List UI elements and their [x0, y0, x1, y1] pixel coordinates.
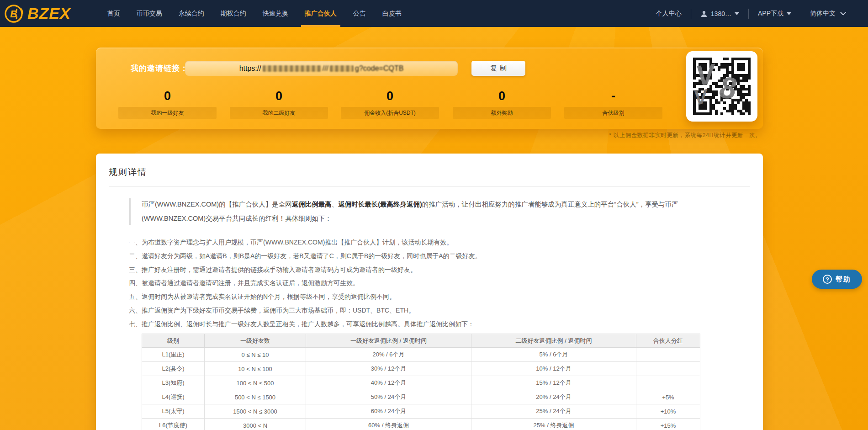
invite-link-tail: g?code=CQTB — [355, 64, 403, 73]
main-nav: 首页币币交易永续合约期权合约快速兑换推广合伙人公告白皮书 — [106, 0, 417, 27]
nav-item[interactable]: 期权合约 — [220, 0, 247, 27]
invite-link-input[interactable]: https://///g?code=CQTB — [185, 61, 458, 76]
table-row: L1(里正)0 ≤ N ≤ 1020% / 6个月5% / 6个月 — [142, 348, 700, 362]
table-cell: +10% — [636, 404, 700, 419]
rule-item: 七、推广返佣比例、返佣时长与推广一级好友人数呈正相关，推广人数越多，可享返佣比例… — [129, 318, 736, 331]
rules-intro: 币严(WWW.BNZEX.COM)的【推广合伙人】是全网返佣比例最高、返佣时长最… — [142, 197, 717, 226]
stat-item: 0我的二级好友 — [230, 87, 328, 119]
rule-item: 三、推广好友注册时，需通过邀请者提供的链接或手动输入邀请者邀请码方可成为邀请者的… — [129, 263, 736, 277]
table-cell — [636, 362, 700, 376]
stat-label: 合伙级别 — [564, 107, 662, 119]
table-cell: 15% / 12个月 — [471, 376, 636, 390]
table-cell — [636, 348, 700, 362]
copy-button[interactable]: 复制 — [471, 61, 525, 76]
table-header-row: 级别一级好友数一级好友返佣比例 / 返佣时间二级好友返佣比例 / 返佣时间合伙人… — [142, 334, 700, 348]
invite-link-label: 我的邀请链接： — [131, 63, 188, 74]
table-cell: 40% / 12个月 — [306, 376, 471, 390]
table-cell: 20% / 6个月 — [306, 348, 471, 362]
chevron-down-icon — [735, 12, 739, 15]
user-center-link[interactable]: 个人中心 — [656, 10, 682, 18]
table-cell: +15% — [636, 419, 700, 430]
table-header-cell: 一级好友数 — [205, 334, 306, 348]
logo-text: BZEX — [27, 5, 71, 22]
app-download-label: APP下载 — [758, 10, 783, 18]
user-icon — [700, 10, 708, 17]
table-cell: 20% / 24个月 — [471, 390, 636, 404]
table-cell: 3000 < N — [205, 419, 306, 430]
table-row: L3(知府)100 < N ≤ 50040% / 12个月15% / 12个月 — [142, 376, 700, 390]
rules-title: 规则详情 — [109, 166, 147, 178]
table-cell: 60% / 终身返佣 — [306, 419, 471, 430]
table-cell: L2(县令) — [142, 362, 205, 376]
divider — [109, 186, 750, 187]
nav-item[interactable]: 永续合约 — [178, 0, 205, 27]
stat-label: 额外奖励 — [453, 107, 551, 119]
table-cell: 25% / 终身返佣 — [471, 419, 636, 430]
table-row: L6(节度使)3000 < N60% / 终身返佣25% / 终身返佣+15% — [142, 419, 700, 430]
stat-label: 佣金收入(折合USDT) — [341, 107, 439, 119]
table-cell: L1(里正) — [142, 348, 205, 362]
rules-list: 一、为布道数字资产理念与扩大用户规模，币严(WWW.BNZEX.COM)推出【推… — [129, 236, 736, 331]
top-navigation-bar: B BZEX 首页币币交易永续合约期权合约快速兑换推广合伙人公告白皮书 个人中心… — [0, 0, 868, 27]
account-menu[interactable]: 1380… — [700, 10, 739, 17]
stat-value: - — [564, 87, 662, 106]
stat-value: 0 — [453, 87, 551, 106]
table-cell: 1500 < N ≤ 3000 — [205, 404, 306, 419]
stat-item: 0佣金收入(折合USDT) — [341, 87, 439, 119]
intro-quote-bar — [129, 198, 131, 225]
table-cell: L5(太守) — [142, 404, 205, 419]
chevron-down-icon — [840, 10, 846, 16]
table-header-cell: 一级好友返佣比例 / 返佣时间 — [306, 334, 471, 348]
table-cell: 25% / 24个月 — [471, 404, 636, 419]
table-body: L1(里正)0 ≤ N ≤ 1020% / 6个月5% / 6个月L2(县令)1… — [142, 348, 700, 430]
topbar-right: 个人中心 1380… APP下载 简体中文 — [656, 9, 844, 19]
table-row: L5(太守)1500 < N ≤ 300060% / 24个月25% / 24个… — [142, 404, 700, 419]
nav-item[interactable]: 白皮书 — [381, 0, 402, 27]
question-mark-icon: ? — [823, 275, 832, 284]
table-cell: 10% / 12个月 — [471, 362, 636, 376]
account-label: 1380… — [711, 10, 731, 17]
nav-item[interactable]: 推广合伙人 — [304, 0, 338, 27]
stat-value: 0 — [341, 87, 439, 106]
nav-item[interactable]: 快速兑换 — [262, 0, 289, 27]
rule-item: 二、邀请好友分为两级，如A邀请B，则B是A的一级好友，若B又邀请了C，则C属于B… — [129, 250, 736, 263]
stat-item: -合伙级别 — [564, 87, 662, 119]
help-button[interactable]: ? 帮助 — [812, 270, 862, 289]
table-row: L4(巡抚)500 < N ≤ 150050% / 24个月20% / 24个月… — [142, 390, 700, 404]
table-header-cell: 二级好友返佣比例 / 返佣时间 — [471, 334, 636, 348]
table-cell: L6(节度使) — [142, 419, 205, 430]
stat-label: 我的二级好友 — [230, 107, 328, 119]
chevron-down-icon — [787, 12, 791, 15]
qr-card: V8V — [686, 51, 757, 122]
table-cell: 0 ≤ N ≤ 10 — [205, 348, 306, 362]
table-cell: L3(知府) — [142, 376, 205, 390]
invite-panel: 我的邀请链接： https://///g?code=CQTB 复制 0我的一级好… — [96, 48, 763, 129]
commission-note: * 以上佣金数据非实时更新，系统每24H统计并更新一次。 — [96, 132, 761, 139]
nav-item[interactable]: 公告 — [352, 0, 367, 27]
table-cell: L4(巡抚) — [142, 390, 205, 404]
stats-row: 0我的一级好友0我的二级好友0佣金收入(折合USDT)0额外奖励-合伙级别 — [96, 87, 685, 123]
table-cell: 10 < N ≤ 100 — [205, 362, 306, 376]
rule-item: 六、推广返佣资产为下级好友币币交易手续费，返佣币为三大市场基础币，即：USDT、… — [129, 304, 736, 318]
table-cell — [636, 376, 700, 390]
stat-value: 0 — [230, 87, 328, 106]
commission-rate-table: 级别一级好友数一级好友返佣比例 / 返佣时间二级好友返佣比例 / 返佣时间合伙人… — [142, 334, 700, 430]
redacted-segment — [263, 65, 321, 72]
rule-item: 一、为布道数字资产理念与扩大用户规模，币严(WWW.BNZEX.COM)推出【推… — [129, 236, 736, 250]
spacer — [800, 9, 801, 19]
nav-item[interactable]: 首页 — [106, 0, 121, 27]
table-cell: 50% / 24个月 — [306, 390, 471, 404]
app-download-menu[interactable]: APP下载 — [758, 10, 791, 18]
table-cell: 60% / 24个月 — [306, 404, 471, 419]
table-row: L2(县令)10 < N ≤ 10030% / 12个月10% / 12个月 — [142, 362, 700, 376]
divider — [748, 9, 749, 19]
table-cell: 30% / 12个月 — [306, 362, 471, 376]
language-label: 简体中文 — [810, 10, 836, 18]
table-header-cell: 合伙人分红 — [636, 334, 700, 348]
nav-item[interactable]: 币币交易 — [136, 0, 163, 27]
language-menu[interactable]: 简体中文 — [810, 10, 844, 18]
stat-value: 0 — [118, 87, 217, 106]
brand-logo[interactable]: B BZEX — [4, 3, 71, 24]
table-cell: 5% / 6个月 — [471, 348, 636, 362]
invite-link-row: 我的邀请链接： https://///g?code=CQTB 复制 — [96, 61, 763, 76]
